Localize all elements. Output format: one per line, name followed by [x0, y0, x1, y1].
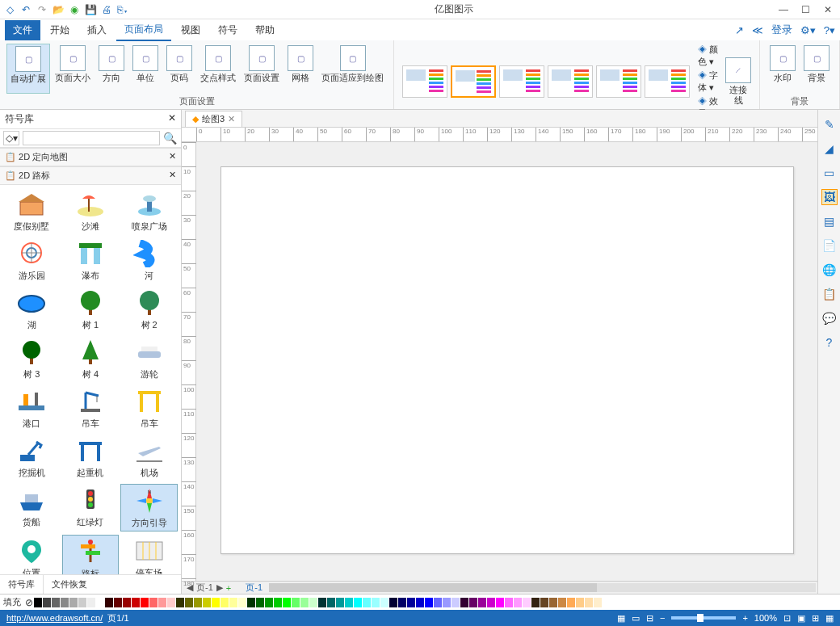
color-swatch[interactable]	[78, 598, 86, 607]
shape-tree4[interactable]: 树 4	[62, 336, 120, 382]
color-swatch[interactable]	[114, 598, 122, 607]
color-swatch[interactable]	[203, 598, 211, 607]
unit-button[interactable]: ▢单位	[129, 44, 162, 94]
shape-parking[interactable]: 停车场	[120, 535, 178, 574]
theme-thumbnail[interactable]	[499, 65, 544, 98]
search-icon[interactable]: 🔍	[163, 132, 178, 145]
login-link[interactable]: 登录	[771, 23, 792, 37]
right-tool-2[interactable]: ▭	[821, 165, 838, 181]
right-tool-5[interactable]: 📄	[821, 237, 838, 254]
color-swatch[interactable]	[407, 598, 415, 607]
color-swatch[interactable]	[43, 598, 51, 607]
color-swatch[interactable]	[380, 598, 388, 607]
open-icon[interactable]: 📂	[52, 3, 65, 16]
shape-villa[interactable]: 度假别墅	[3, 188, 61, 234]
right-tool-0[interactable]: ✎	[821, 116, 838, 132]
shape-lake[interactable]: 湖	[3, 287, 61, 333]
color-swatch[interactable]	[354, 598, 362, 607]
website-link[interactable]: http://www.edrawsoft.cn/	[6, 613, 103, 623]
category-header[interactable]: 📋 2D 定向地图✕	[0, 148, 181, 166]
color-swatch[interactable]	[229, 598, 237, 607]
color-swatch[interactable]	[176, 598, 184, 607]
right-tool-1[interactable]: ◢	[821, 141, 838, 157]
shape-waterfall[interactable]: 瀑布	[62, 237, 120, 284]
shape-crane1[interactable]: 吊车	[62, 385, 120, 431]
tab-file[interactable]: 文件	[5, 20, 40, 40]
close-category-icon[interactable]: ✕	[169, 170, 176, 182]
tab-视图[interactable]: 视图	[173, 20, 208, 40]
fit-to-drawing-button[interactable]: ▢页面适应到绘图	[318, 44, 387, 94]
view-icon[interactable]: ⊟	[646, 613, 653, 624]
category-header[interactable]: 📋 2D 路标✕	[0, 166, 181, 185]
shapes-icon[interactable]: ◉	[68, 3, 81, 16]
shape-traffic-light[interactable]: 红绿灯	[62, 484, 120, 531]
color-swatch[interactable]	[487, 598, 495, 607]
color-swatch[interactable]	[132, 598, 140, 607]
color-swatch[interactable]	[389, 598, 397, 607]
shape-fountain[interactable]: 喷泉广场	[120, 188, 178, 234]
horizontal-scrollbar[interactable]	[269, 583, 816, 592]
document-tab[interactable]: ◆ 绘图3 ✕	[185, 111, 242, 127]
shape-airport[interactable]: 机场	[120, 435, 178, 481]
color-swatch[interactable]	[594, 598, 602, 607]
settings-icon[interactable]: ⚙▾	[800, 24, 816, 36]
fit-icon[interactable]: ⊡	[783, 613, 791, 624]
color-swatch[interactable]	[265, 598, 273, 607]
print-icon[interactable]: 🖨	[100, 3, 113, 16]
color-swatch[interactable]	[398, 598, 406, 607]
close-button[interactable]: ✕	[824, 4, 837, 15]
color-swatch[interactable]	[345, 598, 353, 607]
footer-tab-recovery[interactable]: 文件恢复	[44, 575, 95, 594]
shape-amusement[interactable]: 游乐园	[3, 237, 61, 284]
shape-compass[interactable]: N方向引导	[120, 484, 178, 531]
color-swatch[interactable]	[87, 598, 95, 607]
shape-crane2[interactable]: 吊车	[120, 385, 178, 431]
right-tool-3[interactable]: 🖼	[821, 189, 838, 205]
page-nav-1[interactable]: 页-1	[196, 582, 213, 594]
color-swatch[interactable]	[549, 598, 557, 607]
color-swatch[interactable]	[514, 598, 522, 607]
shape-beach[interactable]: 沙滩	[62, 188, 120, 234]
shape-tree2[interactable]: 树 2	[120, 287, 178, 333]
view-icon[interactable]: ▦	[617, 613, 625, 624]
zoom-out-icon[interactable]: −	[660, 613, 665, 623]
color-swatch[interactable]	[300, 598, 309, 607]
category-dropdown[interactable]: ◇▾	[3, 131, 19, 145]
fit-icon[interactable]: ⊞	[812, 613, 819, 624]
color-swatch[interactable]	[434, 598, 442, 607]
color-swatch[interactable]	[363, 598, 371, 607]
color-swatch[interactable]	[185, 598, 193, 607]
color-swatch[interactable]	[478, 598, 486, 607]
color-swatch[interactable]	[158, 598, 166, 607]
export-icon[interactable]: ↗	[735, 24, 744, 36]
color-swatch[interactable]	[274, 598, 282, 607]
page-setup-button[interactable]: ▢页面设置	[241, 44, 283, 94]
shape-signpost[interactable]: 路标	[62, 535, 120, 574]
page-size-button[interactable]: ▢页面大小	[52, 44, 94, 94]
connector-button[interactable]: ⟋连接线	[724, 56, 753, 107]
color-swatch[interactable]	[212, 598, 220, 607]
theme-thumbnail[interactable]	[645, 65, 690, 98]
color-swatch[interactable]	[167, 598, 175, 607]
color-swatch[interactable]	[141, 598, 149, 607]
grid-button[interactable]: ▢网格	[284, 44, 317, 94]
shape-excavator[interactable]: 挖掘机	[3, 435, 61, 481]
color-swatch[interactable]	[469, 598, 477, 607]
color-swatch[interactable]	[531, 598, 540, 607]
color-swatch[interactable]	[123, 598, 131, 607]
watermark-button[interactable]: ▢水印	[766, 44, 799, 94]
shape-hoist[interactable]: 起重机	[62, 435, 120, 481]
shape-cruise[interactable]: 游轮	[120, 336, 178, 382]
color-swatch[interactable]	[220, 598, 229, 607]
canvas[interactable]	[196, 142, 817, 581]
direction-button[interactable]: ▢方向	[95, 44, 128, 94]
right-tool-4[interactable]: ▤	[821, 213, 838, 229]
shape-cargo[interactable]: 货船	[3, 484, 61, 531]
color-swatch[interactable]	[327, 598, 335, 607]
maximize-button[interactable]: ☐	[801, 4, 814, 15]
color-swatch[interactable]	[34, 598, 42, 607]
theme-thumbnail[interactable]	[402, 65, 447, 98]
color-swatch[interactable]	[443, 598, 451, 607]
color-swatch[interactable]	[523, 598, 531, 607]
color-swatch[interactable]	[309, 598, 317, 607]
